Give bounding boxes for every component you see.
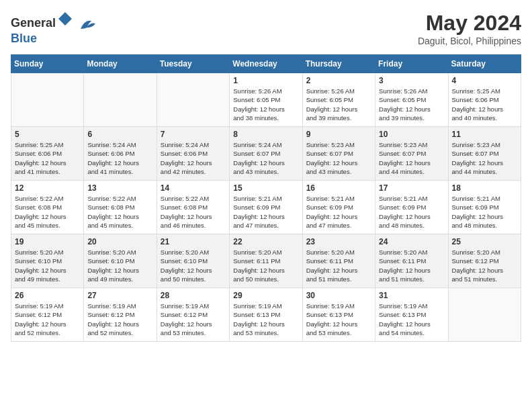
day-info: Sunrise: 5:24 AM Sunset: 6:07 PM Dayligh… — [233, 140, 298, 176]
day-info: Sunrise: 5:22 AM Sunset: 6:08 PM Dayligh… — [161, 194, 226, 230]
calendar-day-cell: 17Sunrise: 5:21 AM Sunset: 6:09 PM Dayli… — [375, 181, 448, 234]
day-info: Sunrise: 5:20 AM Sunset: 6:11 PM Dayligh… — [306, 248, 371, 283]
day-info: Sunrise: 5:19 AM Sunset: 6:12 PM Dayligh… — [15, 302, 80, 337]
day-info: Sunrise: 5:26 AM Sunset: 6:05 PM Dayligh… — [233, 87, 298, 122]
day-info: Sunrise: 5:26 AM Sunset: 6:05 PM Dayligh… — [379, 87, 444, 122]
calendar-day-cell: 23Sunrise: 5:20 AM Sunset: 6:11 PM Dayli… — [302, 234, 375, 288]
day-info: Sunrise: 5:21 AM Sunset: 6:09 PM Dayligh… — [233, 194, 298, 230]
calendar-day-cell: 29Sunrise: 5:19 AM Sunset: 6:13 PM Dayli… — [230, 288, 302, 342]
month-year-title: May 2024 — [418, 11, 521, 36]
calendar-day-cell: 9Sunrise: 5:23 AM Sunset: 6:07 PM Daylig… — [302, 127, 375, 181]
day-number: 12 — [15, 183, 80, 193]
title-section: May 2024 Daguit, Bicol, Philippines — [418, 11, 521, 46]
calendar-day-cell: 5Sunrise: 5:25 AM Sunset: 6:06 PM Daylig… — [11, 127, 84, 181]
day-number: 31 — [379, 291, 444, 300]
day-info: Sunrise: 5:25 AM Sunset: 6:06 PM Dayligh… — [15, 140, 80, 176]
calendar-week-row: 5Sunrise: 5:25 AM Sunset: 6:06 PM Daylig… — [11, 127, 521, 181]
day-number: 28 — [161, 291, 226, 300]
calendar-day-cell — [448, 288, 521, 342]
day-number: 24 — [379, 237, 444, 246]
calendar-day-cell: 30Sunrise: 5:19 AM Sunset: 6:13 PM Dayli… — [302, 288, 375, 342]
day-number: 9 — [306, 130, 371, 139]
day-number: 25 — [452, 237, 517, 246]
day-info: Sunrise: 5:23 AM Sunset: 6:07 PM Dayligh… — [306, 140, 371, 176]
calendar-day-cell: 22Sunrise: 5:20 AM Sunset: 6:11 PM Dayli… — [230, 234, 302, 288]
calendar-day-cell: 27Sunrise: 5:19 AM Sunset: 6:12 PM Dayli… — [84, 288, 157, 342]
day-info: Sunrise: 5:25 AM Sunset: 6:06 PM Dayligh… — [452, 87, 517, 122]
calendar-day-cell — [157, 73, 229, 127]
day-info: Sunrise: 5:19 AM Sunset: 6:12 PM Dayligh… — [161, 302, 226, 337]
calendar-day-cell — [11, 73, 84, 127]
day-info: Sunrise: 5:23 AM Sunset: 6:07 PM Dayligh… — [452, 140, 517, 176]
calendar-day-cell: 8Sunrise: 5:24 AM Sunset: 6:07 PM Daylig… — [230, 127, 302, 181]
calendar-week-row: 12Sunrise: 5:22 AM Sunset: 6:08 PM Dayli… — [11, 181, 521, 234]
day-number: 6 — [87, 130, 152, 139]
calendar-day-cell: 10Sunrise: 5:23 AM Sunset: 6:07 PM Dayli… — [375, 127, 448, 181]
day-info: Sunrise: 5:21 AM Sunset: 6:09 PM Dayligh… — [379, 194, 444, 230]
day-number: 13 — [87, 183, 152, 193]
day-info: Sunrise: 5:22 AM Sunset: 6:08 PM Dayligh… — [87, 194, 152, 230]
calendar-day-cell: 21Sunrise: 5:20 AM Sunset: 6:10 PM Dayli… — [157, 234, 229, 288]
page-header: General Blue May 2024 Daguit, Bicol, Phi… — [11, 11, 521, 46]
logo-content: General Blue — [11, 11, 97, 46]
calendar-day-cell: 13Sunrise: 5:22 AM Sunset: 6:08 PM Dayli… — [84, 181, 157, 234]
calendar-week-row: 26Sunrise: 5:19 AM Sunset: 6:12 PM Dayli… — [11, 288, 521, 342]
day-number: 3 — [379, 76, 444, 85]
day-info: Sunrise: 5:20 AM Sunset: 6:10 PM Dayligh… — [87, 248, 152, 283]
day-number: 14 — [161, 183, 226, 193]
day-number: 26 — [15, 291, 80, 300]
calendar-day-cell: 20Sunrise: 5:20 AM Sunset: 6:10 PM Dayli… — [84, 234, 157, 288]
day-info: Sunrise: 5:20 AM Sunset: 6:11 PM Dayligh… — [233, 248, 298, 283]
calendar-day-cell: 16Sunrise: 5:21 AM Sunset: 6:09 PM Dayli… — [302, 181, 375, 234]
day-info: Sunrise: 5:20 AM Sunset: 6:12 PM Dayligh… — [452, 248, 517, 283]
calendar-week-row: 1Sunrise: 5:26 AM Sunset: 6:05 PM Daylig… — [11, 73, 521, 127]
calendar-day-cell — [84, 73, 157, 127]
calendar-day-cell: 2Sunrise: 5:26 AM Sunset: 6:05 PM Daylig… — [302, 73, 375, 127]
day-info: Sunrise: 5:21 AM Sunset: 6:09 PM Dayligh… — [452, 194, 517, 230]
day-info: Sunrise: 5:21 AM Sunset: 6:09 PM Dayligh… — [306, 194, 371, 230]
calendar-day-cell: 26Sunrise: 5:19 AM Sunset: 6:12 PM Dayli… — [11, 288, 84, 342]
calendar-day-cell: 12Sunrise: 5:22 AM Sunset: 6:08 PM Dayli… — [11, 181, 84, 234]
logo-bird-icon — [78, 17, 97, 32]
calendar-day-cell: 11Sunrise: 5:23 AM Sunset: 6:07 PM Dayli… — [448, 127, 521, 181]
day-number: 21 — [161, 237, 226, 246]
calendar-day-cell: 1Sunrise: 5:26 AM Sunset: 6:05 PM Daylig… — [230, 73, 302, 127]
calendar-table: SundayMondayTuesdayWednesdayThursdayFrid… — [11, 54, 521, 342]
day-number: 4 — [452, 76, 517, 85]
calendar-day-cell: 24Sunrise: 5:20 AM Sunset: 6:11 PM Dayli… — [375, 234, 448, 288]
day-number: 17 — [379, 183, 444, 193]
logo-icon — [57, 11, 73, 27]
day-info: Sunrise: 5:19 AM Sunset: 6:13 PM Dayligh… — [379, 302, 444, 337]
day-number: 5 — [15, 130, 80, 139]
location-subtitle: Daguit, Bicol, Philippines — [418, 36, 521, 46]
logo-general: General — [11, 16, 56, 30]
day-number: 29 — [233, 291, 298, 300]
day-number: 1 — [233, 76, 298, 85]
weekday-header: Saturday — [448, 55, 521, 73]
calendar-day-cell: 14Sunrise: 5:22 AM Sunset: 6:08 PM Dayli… — [157, 181, 229, 234]
day-number: 2 — [306, 76, 371, 85]
calendar-day-cell: 18Sunrise: 5:21 AM Sunset: 6:09 PM Dayli… — [448, 181, 521, 234]
logo: General Blue — [11, 11, 97, 46]
day-number: 18 — [452, 183, 517, 193]
calendar-day-cell: 15Sunrise: 5:21 AM Sunset: 6:09 PM Dayli… — [230, 181, 302, 234]
day-number: 30 — [306, 291, 371, 300]
logo-blue: Blue — [11, 32, 37, 45]
day-info: Sunrise: 5:26 AM Sunset: 6:05 PM Dayligh… — [306, 87, 371, 122]
day-number: 22 — [233, 237, 298, 246]
calendar-day-cell: 19Sunrise: 5:20 AM Sunset: 6:10 PM Dayli… — [11, 234, 84, 288]
day-info: Sunrise: 5:20 AM Sunset: 6:10 PM Dayligh… — [161, 248, 226, 283]
calendar-day-cell: 3Sunrise: 5:26 AM Sunset: 6:05 PM Daylig… — [375, 73, 448, 127]
day-info: Sunrise: 5:20 AM Sunset: 6:11 PM Dayligh… — [379, 248, 444, 283]
weekday-header: Sunday — [11, 55, 84, 73]
calendar-week-row: 19Sunrise: 5:20 AM Sunset: 6:10 PM Dayli… — [11, 234, 521, 288]
day-number: 8 — [233, 130, 298, 139]
calendar-day-cell: 28Sunrise: 5:19 AM Sunset: 6:12 PM Dayli… — [157, 288, 229, 342]
day-info: Sunrise: 5:23 AM Sunset: 6:07 PM Dayligh… — [379, 140, 444, 176]
day-info: Sunrise: 5:24 AM Sunset: 6:06 PM Dayligh… — [161, 140, 226, 176]
day-info: Sunrise: 5:19 AM Sunset: 6:13 PM Dayligh… — [306, 302, 371, 337]
day-number: 10 — [379, 130, 444, 139]
day-number: 20 — [87, 237, 152, 246]
calendar-day-cell: 31Sunrise: 5:19 AM Sunset: 6:13 PM Dayli… — [375, 288, 448, 342]
calendar-day-cell: 4Sunrise: 5:25 AM Sunset: 6:06 PM Daylig… — [448, 73, 521, 127]
